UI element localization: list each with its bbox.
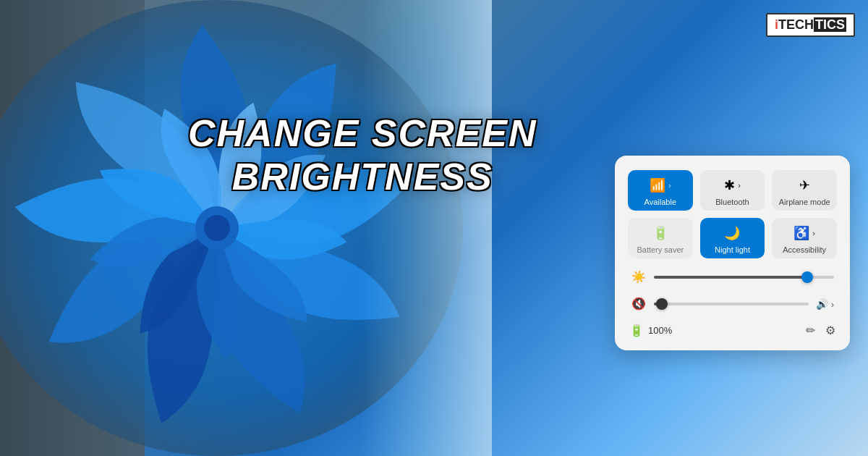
volume-track[interactable] (654, 303, 809, 305)
wifi-icon: 📶 (650, 177, 665, 193)
sliders-section: ☀️ 🔇 🔊 › (628, 270, 837, 311)
svg-point-2 (204, 215, 230, 241)
bluetooth-icon: ✱ (724, 177, 735, 193)
accessibility-icon: ♿ (793, 225, 809, 241)
swirl-decoration (0, 0, 492, 456)
logo-tech: TECH (778, 17, 814, 32)
quick-settings-panel: 📶 › Available ✱ › Bluetooth ✈ Airplane m… (615, 156, 850, 350)
brightness-icon: ☀️ (631, 270, 647, 284)
brightness-thumb[interactable] (801, 271, 813, 283)
battery-info: 🔋 100% (629, 324, 672, 337)
buttons-grid-row1: 📶 › Available ✱ › Bluetooth ✈ Airplane m… (628, 170, 837, 211)
buttons-grid-row2: 🔋 Battery saver 🌙 Night light ♿ › Access… (628, 218, 837, 258)
logo-tics: TICS (814, 17, 846, 32)
wifi-button[interactable]: 📶 › Available (628, 170, 693, 211)
accessibility-icon-row: ♿ › (793, 225, 815, 241)
bluetooth-label: Bluetooth (715, 198, 749, 206)
battery-saver-icon-row: 🔋 (652, 225, 668, 241)
airplane-icon: ✈ (799, 177, 810, 193)
airplane-label: Airplane mode (779, 198, 830, 206)
battery-saver-button[interactable]: 🔋 Battery saver (628, 218, 693, 258)
volume-up-icon: 🔊 › (816, 298, 834, 310)
volume-mute-icon: 🔇 (631, 297, 647, 311)
accessibility-chevron: › (812, 229, 815, 237)
bottom-icons: ✏ ⚙ (806, 324, 835, 337)
wifi-label: Available (644, 198, 676, 206)
wifi-chevron: › (668, 181, 671, 190)
night-light-icon-row: 🌙 (724, 225, 740, 241)
volume-fill (654, 303, 662, 305)
volume-slider-row: 🔇 🔊 › (631, 297, 834, 311)
airplane-icon-row: ✈ (799, 177, 810, 193)
night-light-label: Night light (715, 245, 750, 254)
volume-thumb[interactable] (656, 298, 668, 310)
battery-status-icon: 🔋 (629, 324, 644, 337)
brightness-track[interactable] (654, 276, 834, 279)
svg-rect-3 (362, 0, 492, 456)
settings-icon[interactable]: ⚙ (825, 324, 835, 337)
accessibility-label: Accessibility (783, 245, 826, 254)
bluetooth-chevron: › (738, 181, 741, 190)
night-light-button[interactable]: 🌙 Night light (700, 218, 765, 258)
edit-icon[interactable]: ✏ (806, 324, 815, 337)
airplane-button[interactable]: ✈ Airplane mode (772, 170, 837, 211)
battery-saver-label: Battery saver (637, 245, 684, 254)
wifi-icon-row: 📶 › (650, 177, 671, 193)
brightness-slider-row: ☀️ (631, 270, 834, 284)
logo: iTECHTICS (766, 13, 855, 37)
bluetooth-icon-row: ✱ › (724, 177, 741, 193)
night-light-icon: 🌙 (724, 225, 740, 241)
bluetooth-button[interactable]: ✱ › Bluetooth (700, 170, 765, 211)
panel-bottom: 🔋 100% ✏ ⚙ (628, 324, 837, 337)
battery-saver-icon: 🔋 (652, 225, 668, 241)
brightness-fill (654, 276, 807, 279)
battery-percent: 100% (648, 325, 672, 336)
accessibility-button[interactable]: ♿ › Accessibility (772, 218, 837, 258)
page-title: CHANGE SCREEN BRIGHTNESS (188, 112, 537, 199)
